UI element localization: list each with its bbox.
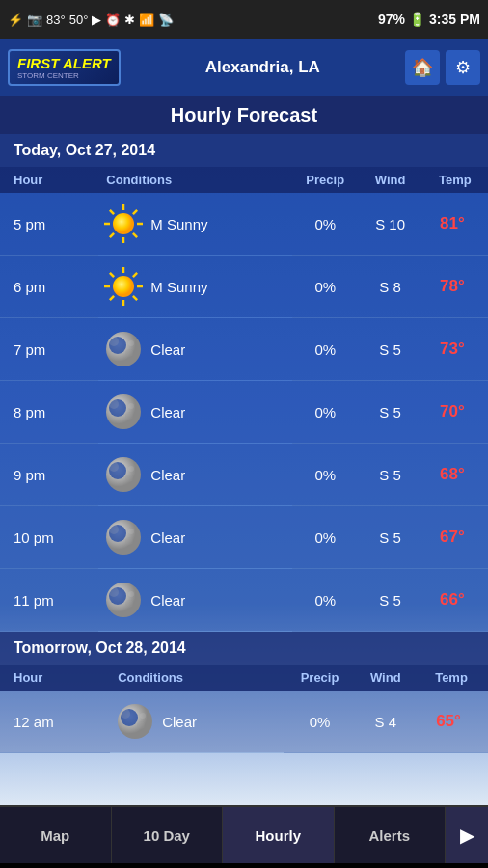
moon-icon (102, 328, 145, 370)
precip-cell: 0% (284, 691, 357, 753)
condition-cell: Clear (98, 506, 292, 568)
col-conditions-2: Conditions (110, 665, 283, 691)
page-title-bar: Hourly Forecast (0, 96, 488, 134)
svg-point-40 (109, 587, 119, 597)
sun-icon (102, 203, 145, 245)
hour-cell: 9 pm (0, 444, 98, 506)
nav-hourly[interactable]: Hourly (223, 807, 335, 863)
temp-cell: 81° (422, 193, 488, 256)
hour-cell: 7 pm (0, 318, 98, 381)
col-temp: Temp (422, 167, 488, 193)
header-icon-group: 🏠 ⚙ (405, 50, 480, 85)
page-title: Hourly Forecast (0, 104, 488, 126)
today-date-header: Today, Oct 27, 2014 (0, 134, 488, 167)
svg-line-7 (133, 210, 137, 214)
wind-cell: S 5 (358, 381, 422, 444)
condition-cell: Clear (110, 691, 283, 752)
hour-cell: 11 pm (0, 569, 98, 632)
table-row: 6 pm M Sunny0%S 878° (0, 256, 488, 318)
svg-point-8 (113, 213, 134, 234)
svg-point-30 (109, 462, 119, 472)
hour-cell: 6 pm (0, 256, 98, 318)
temp-cell: 73° (422, 318, 488, 381)
condition-cell: Clear (98, 444, 292, 505)
nav-next-arrow[interactable]: ▶ (446, 807, 488, 863)
table-row: 5 pm M Sunny0%S 1081° (0, 193, 488, 256)
condition-cell: M Sunny (98, 193, 292, 255)
battery-icon: 🔋 (409, 12, 425, 27)
col-hour: Hour (0, 167, 98, 193)
wind-cell: S 5 (358, 569, 422, 632)
tomorrow-section: Tomorrow, Oct 28, 2014 Hour Conditions P… (0, 632, 488, 753)
hour-cell: 12 am (0, 691, 110, 753)
svg-point-27 (128, 403, 134, 409)
precip-cell: 0% (292, 193, 358, 256)
wind-cell: S 8 (358, 256, 422, 318)
col-temp-2: Temp (415, 665, 488, 691)
col-conditions: Conditions (98, 167, 292, 193)
col-hour-2: Hour (0, 665, 110, 691)
svg-point-32 (128, 466, 134, 472)
table-row: 9 pm Clear0%S 568° (0, 444, 488, 506)
svg-point-47 (140, 713, 146, 719)
temp-low: 50° (69, 13, 89, 27)
nav-alerts[interactable]: Alerts (335, 807, 447, 863)
wifi-icon: 📶 (139, 13, 154, 27)
precip-cell: 0% (292, 569, 358, 632)
svg-point-45 (121, 709, 130, 719)
temperature-status: 83° (46, 13, 66, 27)
wind-cell: S 5 (358, 444, 422, 506)
photo-icon: 📷 (27, 13, 42, 27)
svg-line-3 (110, 233, 114, 237)
col-wind: Wind (358, 167, 422, 193)
condition-cell: M Sunny (98, 256, 292, 317)
svg-point-21 (125, 349, 133, 357)
condition-label: Clear (150, 404, 185, 420)
logo-storm-center: STORM CENTER (17, 71, 79, 80)
svg-line-1 (133, 233, 137, 237)
svg-point-46 (137, 721, 145, 729)
svg-line-10 (133, 296, 137, 300)
tomorrow-header-row: Hour Conditions Precip Wind Temp (0, 665, 488, 691)
col-precip-2: Precip (284, 665, 357, 691)
condition-label: Clear (150, 341, 185, 358)
today-section: Today, Oct 27, 2014 Hour Conditions Prec… (0, 134, 488, 632)
moon-icon (102, 579, 145, 621)
logo-first-alert: FIRST ALERT (17, 55, 111, 71)
play-icon: ▶ (92, 13, 101, 27)
clock: 3:35 PM (429, 12, 480, 27)
nav-10day[interactable]: 10 Day (112, 807, 224, 863)
temp-cell: 78° (422, 256, 488, 318)
svg-line-14 (110, 273, 114, 277)
usb-icon: ⚡ (8, 13, 23, 27)
svg-point-26 (125, 412, 133, 420)
table-row: 8 pm Clear0%S 570° (0, 381, 488, 444)
precip-cell: 0% (292, 381, 358, 444)
settings-button[interactable]: ⚙ (446, 50, 480, 85)
wind-cell: S 5 (358, 318, 422, 381)
tomorrow-date-header: Tomorrow, Oct 28, 2014 (0, 632, 488, 665)
moon-icon (102, 391, 145, 433)
svg-point-22 (128, 340, 134, 346)
svg-point-25 (109, 399, 119, 409)
table-header-row: Hour Conditions Precip Wind Temp (0, 167, 488, 193)
nav-map[interactable]: Map (0, 807, 112, 863)
bluetooth-icon: ✱ (124, 13, 135, 27)
condition-label: Clear (150, 592, 185, 609)
table-row: 11 pm Clear0%S 566° (0, 569, 488, 632)
signal-icon: 📡 (158, 13, 174, 27)
tomorrow-forecast-table: Hour Conditions Precip Wind Temp 12 am (0, 665, 488, 753)
home-button[interactable]: 🏠 (405, 50, 440, 85)
svg-point-17 (113, 276, 134, 297)
svg-point-37 (128, 529, 134, 534)
hour-cell: 5 pm (0, 193, 98, 256)
bottom-nav: Map 10 Day Hourly Alerts ▶ (0, 805, 488, 863)
moon-icon (102, 516, 145, 558)
svg-point-20 (109, 337, 119, 346)
svg-line-12 (110, 296, 114, 300)
svg-point-36 (125, 537, 133, 545)
svg-point-41 (125, 600, 133, 608)
condition-label: Clear (162, 714, 197, 730)
svg-point-31 (125, 475, 133, 482)
wind-cell: S 5 (358, 506, 422, 569)
